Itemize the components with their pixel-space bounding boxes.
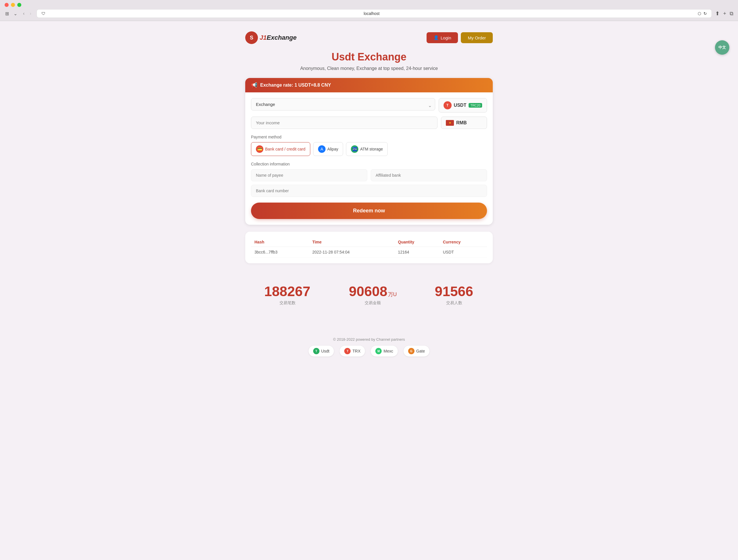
china-flag-icon: ★ [446, 120, 454, 126]
cell-quantity: 12164 [395, 247, 439, 257]
login-icon: 👤 [433, 35, 439, 40]
tab-overview-btn[interactable]: ⧉ [730, 11, 733, 17]
trx-partner-icon: T [344, 348, 351, 354]
currency-badge: TRC20 [468, 103, 482, 108]
payment-methods: 💳 Bank card / credit card A Alipay 🏧 ATM… [251, 142, 487, 156]
stat-tx-users: 91566 交易人数 [435, 284, 474, 306]
traffic-lights [5, 3, 733, 7]
new-tab-btn[interactable]: + [723, 11, 726, 17]
partner-trx: T TRX [340, 346, 365, 357]
address-bar[interactable]: 🛡 localhost ⬡ ↻ [37, 9, 712, 18]
fullscreen-window-btn[interactable] [17, 3, 21, 7]
affiliated-bank-input[interactable] [371, 169, 487, 181]
stat-number-tx-users: 91566 [435, 284, 474, 299]
partner-usdt: T Usdt [309, 346, 334, 357]
redeem-button[interactable]: Redeem now [251, 202, 487, 219]
browser-chrome: ⊞ ⌄ ‹ › 🛡 localhost ⬡ ↻ ⬆ + ⧉ [0, 0, 738, 21]
logo-icon: S [245, 31, 258, 44]
logo-j1: J1 [260, 34, 267, 41]
logo-text: J1Exchange [260, 34, 297, 41]
stats-row: 188267 交易笔数 90608 万U 交易金额 91566 交易人数 [245, 275, 493, 320]
payment-alipay-btn[interactable]: A Alipay [313, 142, 343, 156]
login-button[interactable]: 👤 Login [427, 32, 458, 43]
cell-time: 2022-11-28 07:54:04 [309, 247, 395, 257]
lang-switcher[interactable]: 中文 [715, 40, 729, 55]
income-input[interactable] [251, 116, 437, 129]
payment-method-label: Payment method [251, 135, 487, 139]
trx-partner-label: TRX [352, 349, 360, 354]
usdt-partner-icon: T [313, 348, 320, 354]
bank-card-icon: 💳 [256, 145, 263, 153]
share-icon: ⬡ [698, 11, 701, 16]
security-icon: 🛡 [41, 11, 45, 16]
stat-suffix-tx-amount: 万U [388, 291, 397, 298]
cell-hash: 3bcc6...7ffb3 [251, 247, 309, 257]
partner-mexc: M Mexc [371, 346, 397, 357]
stat-label-tx-count: 交易笔数 [264, 301, 311, 306]
collection-section: Collection information [251, 162, 487, 197]
usdt-icon: T [443, 101, 452, 109]
partner-gate: G Gate [404, 346, 429, 357]
gate-partner-icon: G [408, 348, 414, 354]
sidebar-chevron-btn[interactable]: ⌄ [13, 10, 18, 17]
logo-exchange: Exchange [267, 34, 297, 41]
back-btn[interactable]: ‹ [21, 10, 26, 17]
transaction-table: Hash Time Quantity Currency 3bcc6...7ffb… [245, 232, 493, 263]
table-row: 3bcc6...7ffb3 2022-11-28 07:54:04 12164 … [251, 247, 487, 257]
my-order-button[interactable]: My Order [461, 32, 493, 43]
stat-label-tx-users: 交易人数 [435, 301, 474, 306]
header-buttons: 👤 Login My Order [427, 32, 493, 43]
alipay-icon: A [318, 145, 326, 153]
nav-buttons: ‹ › [21, 10, 33, 17]
forward-btn[interactable]: › [28, 10, 33, 17]
footer-copyright: © 2018-2022 powered by Channel partners [6, 337, 732, 342]
hero-subtitle: Anonymous, Clean money, Exchange at top … [245, 66, 493, 71]
speaker-icon: 📢 [251, 82, 257, 88]
collection-info-label: Collection information [251, 162, 487, 166]
exchange-card: 📢 Exchange rate: 1 USDT=8.8 CNY Exchange… [245, 78, 493, 225]
payee-name-input[interactable] [251, 169, 367, 181]
page-content: S J1Exchange 👤 Login My Order Usdt Excha… [240, 21, 498, 332]
income-row: ★ RMB [251, 116, 487, 129]
stat-tx-count: 188267 交易笔数 [264, 284, 311, 306]
tx-table: Hash Time Quantity Currency 3bcc6...7ffb… [251, 237, 487, 257]
stat-label-tx-amount: 交易金额 [349, 301, 397, 306]
refresh-icon[interactable]: ↻ [703, 11, 707, 16]
gate-partner-label: Gate [416, 349, 425, 354]
hero-title: Usdt Exchange [245, 51, 493, 63]
payment-atm-btn[interactable]: 🏧 ATM storage [346, 142, 388, 156]
usdt-partner-label: Usdt [321, 349, 330, 354]
atm-icon: 🏧 [351, 145, 358, 153]
exchange-rate-bar: 📢 Exchange rate: 1 USDT=8.8 CNY [245, 78, 493, 92]
browser-toolbar: ⊞ ⌄ ‹ › 🛡 localhost ⬡ ↻ ⬆ + ⧉ [5, 9, 733, 21]
collection-fields-row [251, 169, 487, 181]
sidebar-toggle-btn[interactable]: ⊞ [5, 10, 9, 17]
cell-currency: USDT [439, 247, 487, 257]
logo-initial: S [250, 35, 253, 41]
stat-number-tx-amount: 90608 万U [349, 284, 397, 299]
mexc-partner-label: Mexc [383, 349, 393, 354]
bank-card-number-input[interactable] [251, 185, 487, 197]
url-text: localhost [48, 11, 696, 16]
exchange-rate-text: Exchange rate: 1 USDT=8.8 CNY [260, 83, 331, 88]
exchange-body: Exchange ⌄ T USDT TRC20 ★ RMB Pa [245, 92, 493, 225]
alipay-btn-label: Alipay [327, 147, 338, 151]
browser-right-actions: ⬆ + ⧉ [715, 10, 733, 17]
exchange-select-wrapper: Exchange ⌄ [251, 98, 435, 112]
payment-bank-btn[interactable]: 💳 Bank card / credit card [251, 142, 310, 156]
rmb-label: RMB [456, 120, 466, 125]
bank-btn-label: Bank card / credit card [265, 147, 305, 151]
footer-partners: T Usdt T TRX M Mexc G Gate [6, 346, 732, 357]
table-header-row: Hash Time Quantity Currency [251, 237, 487, 247]
site-footer: © 2018-2022 powered by Channel partners … [0, 332, 738, 362]
col-hash: Hash [251, 237, 309, 247]
stat-number-tx-count: 188267 [264, 284, 311, 299]
close-window-btn[interactable] [5, 3, 9, 7]
minimize-window-btn[interactable] [11, 3, 15, 7]
share-btn[interactable]: ⬆ [715, 10, 720, 17]
site-header: S J1Exchange 👤 Login My Order [245, 27, 493, 51]
col-quantity: Quantity [395, 237, 439, 247]
exchange-select[interactable]: Exchange [251, 98, 435, 110]
atm-btn-label: ATM storage [360, 147, 383, 151]
col-currency: Currency [439, 237, 487, 247]
